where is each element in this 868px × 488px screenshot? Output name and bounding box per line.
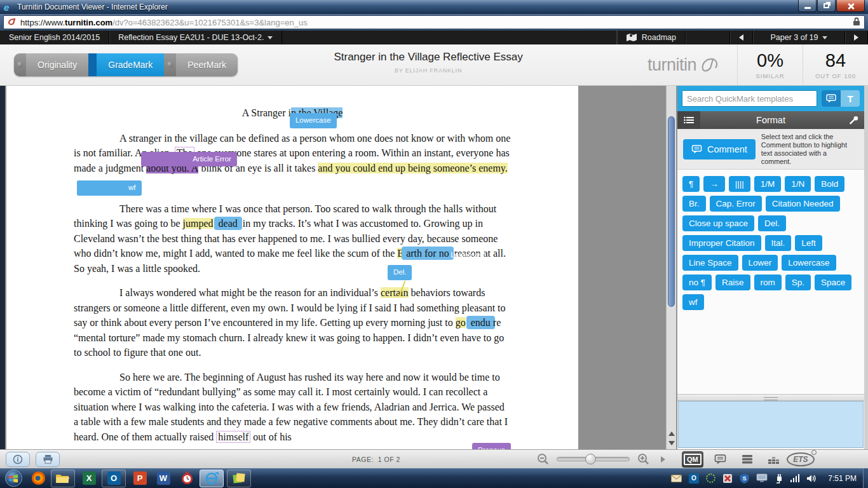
quickmark-tag-article-error[interactable]: Article Error xyxy=(141,152,237,167)
quickmark-bubble[interactable]: endu xyxy=(466,316,495,329)
quickmark-button[interactable]: Bold xyxy=(815,176,844,192)
quickmark-button[interactable]: Lowercase xyxy=(782,255,836,271)
quickmark-button[interactable]: Ital. xyxy=(765,235,792,251)
zoom-slider[interactable] xyxy=(557,457,630,461)
minimize-button[interactable] xyxy=(798,0,817,12)
quickmark-tag-del[interactable]: Del. xyxy=(388,265,412,280)
grade-score[interactable]: 84 OUT OF 100 xyxy=(803,44,868,85)
tab-peermark[interactable]: PeerMark xyxy=(176,53,238,76)
power-plug-icon[interactable] xyxy=(775,473,783,484)
quickmark-button[interactable]: Space xyxy=(815,274,851,290)
scroll-right-icon[interactable] xyxy=(661,456,665,463)
quickmark-button[interactable]: 1/N xyxy=(785,176,811,192)
quickmark-button[interactable]: Lower xyxy=(742,255,778,271)
highlight-yellow[interactable]: jumped xyxy=(183,218,214,229)
quickmark-set-title[interactable]: Format xyxy=(700,115,841,125)
rubric-button[interactable] xyxy=(761,450,787,469)
highlight-yellow[interactable]: certain xyxy=(381,287,409,298)
taskbar-internet-explorer[interactable] xyxy=(200,470,224,487)
taskbar-explorer[interactable] xyxy=(51,470,75,487)
network-signal-icon[interactable] xyxy=(790,474,800,482)
shield-icon[interactable]: S xyxy=(740,473,749,484)
quickmark-button[interactable]: no ¶ xyxy=(682,274,712,290)
highlight-yellow[interactable]: go xyxy=(456,317,466,328)
quickmark-panel-button[interactable]: QM xyxy=(682,451,703,468)
display-icon[interactable] xyxy=(756,473,768,483)
peermark-toggle[interactable] xyxy=(164,53,176,76)
outlook-tray-icon[interactable]: O xyxy=(689,473,699,484)
show-desktop-button[interactable] xyxy=(863,468,868,488)
taskbar-timer[interactable] xyxy=(177,470,196,487)
print-button[interactable] xyxy=(36,452,60,467)
quickmark-button[interactable]: Del. xyxy=(758,215,786,231)
close-button[interactable] xyxy=(836,0,865,12)
comment-mode-button[interactable] xyxy=(822,90,841,107)
panel-resize-handle[interactable] xyxy=(677,394,864,401)
quickmark-button[interactable]: 1/M xyxy=(754,176,782,192)
quickmark-button[interactable]: Raise xyxy=(715,274,750,290)
quickmark-button[interactable]: Close up space xyxy=(682,215,754,231)
volume-icon[interactable] xyxy=(806,474,817,483)
quickmark-button[interactable]: |||| xyxy=(729,176,750,192)
settings-button[interactable] xyxy=(841,116,864,125)
info-button[interactable] xyxy=(6,452,30,467)
quickmark-button[interactable]: Citation Needed xyxy=(766,196,840,212)
url-field[interactable]: https://www.turnitin.com/dv?o=463823623&… xyxy=(3,15,865,29)
tab-grademark[interactable]: GradeMark xyxy=(97,53,164,76)
text-mode-button[interactable]: T xyxy=(841,90,860,107)
roadmap-button[interactable]: Roadmap xyxy=(616,30,686,44)
comments-panel-button[interactable] xyxy=(707,450,734,469)
taskbar-outlook[interactable]: O xyxy=(102,470,126,487)
restore-button[interactable] xyxy=(817,0,836,12)
grammar-outline[interactable]: himself xyxy=(216,431,250,443)
paper-selector[interactable]: Paper 3 of 19 xyxy=(753,30,845,44)
similarity-score[interactable]: 0% SIMILAR xyxy=(738,44,803,85)
comment-button[interactable]: Comment xyxy=(683,139,756,159)
quickmark-bubble[interactable]: dead xyxy=(214,217,242,230)
quickmark-button[interactable]: ¶ xyxy=(682,176,700,192)
quickmark-tag-wf[interactable]: wf xyxy=(77,180,142,196)
quickmark-button[interactable]: Cap. Error xyxy=(710,196,762,212)
quickmark-button[interactable]: → xyxy=(703,176,725,192)
taskbar-excel[interactable]: X xyxy=(79,470,98,487)
taskbar-powerpoint[interactable]: P xyxy=(130,470,149,487)
quickmark-button[interactable]: rom xyxy=(754,274,782,290)
scroll-down-icon[interactable] xyxy=(668,441,675,445)
taskbar-word[interactable]: W xyxy=(154,470,173,487)
assignment-selector[interactable]: Reflection Essay EA2U1 - DUE 13-Oct-2. xyxy=(109,30,282,44)
quickmark-button[interactable]: Improper Citation xyxy=(682,235,761,251)
quickmark-button[interactable]: Sp. xyxy=(785,274,811,290)
comment-list-button[interactable] xyxy=(734,450,761,469)
quickmark-button[interactable]: Br. xyxy=(682,196,706,212)
scroll-up-icon[interactable] xyxy=(668,431,675,436)
quickmark-button[interactable]: wf xyxy=(682,294,704,310)
search-input[interactable] xyxy=(682,90,817,107)
clock[interactable]: 7:51 PM xyxy=(828,474,857,483)
mail-icon[interactable] xyxy=(671,475,682,482)
start-button[interactable] xyxy=(3,469,24,488)
class-name[interactable]: Senior English 2014/2015 xyxy=(0,30,109,44)
document-scrollbar[interactable] xyxy=(666,86,676,449)
scrollbar-thumb[interactable] xyxy=(668,116,675,307)
zoom-in-icon[interactable] xyxy=(637,453,649,465)
taskbar-sticky-notes[interactable] xyxy=(227,470,251,487)
quickmark-tag-lowercase[interactable]: Lowercase xyxy=(290,113,337,128)
quickmark-bubble-lowercase[interactable]: arth for noLowercase xyxy=(402,247,454,260)
sync-spinner-icon[interactable] xyxy=(706,473,715,483)
quickmark-button[interactable]: Left xyxy=(795,235,822,251)
quickmark-tag-pronoun[interactable]: Pronoun xyxy=(472,443,511,449)
ets-button[interactable]: ETS xyxy=(787,450,814,469)
highlight-purple[interactable]: about you. AArticle Error xyxy=(146,163,198,173)
lock-icon[interactable] xyxy=(848,17,860,28)
list-view-button[interactable] xyxy=(677,111,700,129)
taskbar-firefox[interactable] xyxy=(29,470,48,487)
previous-paper-button[interactable] xyxy=(730,30,753,44)
tab-originality[interactable]: Originality xyxy=(26,53,88,76)
originality-toggle[interactable] xyxy=(14,53,26,76)
error-status-icon[interactable] xyxy=(722,473,733,484)
zoom-slider-thumb[interactable] xyxy=(585,454,596,464)
next-paper-button[interactable] xyxy=(845,30,868,44)
highlight-blue[interactable]: n the VillageLowercase xyxy=(291,107,342,118)
quickmark-button[interactable]: Line Space xyxy=(682,255,738,271)
zoom-out-icon[interactable] xyxy=(537,453,549,465)
